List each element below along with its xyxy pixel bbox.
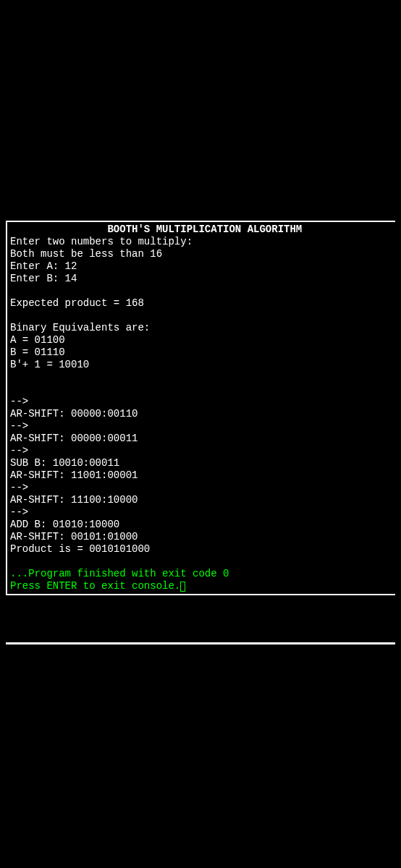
- console-line: B = 01110: [10, 346, 392, 359]
- console-line: Both must be less than 16: [10, 248, 392, 260]
- console-line: SUB B: 10010:00011: [10, 457, 392, 469]
- console-line: AR-SHIFT: 11100:10000: [10, 494, 392, 506]
- cursor-icon: [180, 582, 185, 592]
- console-line: ADD B: 01010:10000: [10, 519, 392, 531]
- console-bottom-divider: [6, 642, 395, 644]
- console-line: Enter two numbers to multiply:: [10, 236, 392, 248]
- console-line: A = 01100: [10, 334, 392, 346]
- console-line: Expected product = 168: [10, 297, 392, 310]
- console-output[interactable]: Enter two numbers to multiply:Both must …: [10, 236, 392, 592]
- console-line: AR-SHIFT: 00000:00110: [10, 408, 392, 420]
- console-line: [10, 285, 392, 297]
- console-line: [10, 310, 392, 322]
- console-line: [10, 556, 392, 568]
- console-line: ...Program finished with exit code 0: [10, 568, 392, 580]
- console-line: [10, 371, 392, 383]
- console-line: AR-SHIFT: 00000:00011: [10, 433, 392, 445]
- console-title: BOOTH'S MULTIPLICATION ALGORITHM: [10, 224, 392, 236]
- console-line: Press ENTER to exit console.: [10, 580, 392, 592]
- console-line: Product is = 0010101000: [10, 543, 392, 556]
- console-line: -->: [10, 506, 392, 519]
- console-line: B'+ 1 = 10010: [10, 359, 392, 371]
- console-line: Enter B: 14: [10, 273, 392, 285]
- console-line: AR-SHIFT: 00101:01000: [10, 531, 392, 543]
- console-line: Enter A: 12: [10, 260, 392, 273]
- console-line: -->: [10, 445, 392, 457]
- console-line: -->: [10, 482, 392, 494]
- console-line: AR-SHIFT: 11001:00001: [10, 469, 392, 482]
- console-line: Binary Equivalents are:: [10, 322, 392, 334]
- console-line: -->: [10, 396, 392, 408]
- console-line: -->: [10, 420, 392, 433]
- console-line: [10, 383, 392, 396]
- console-window: BOOTH'S MULTIPLICATION ALGORITHM Enter t…: [6, 221, 395, 595]
